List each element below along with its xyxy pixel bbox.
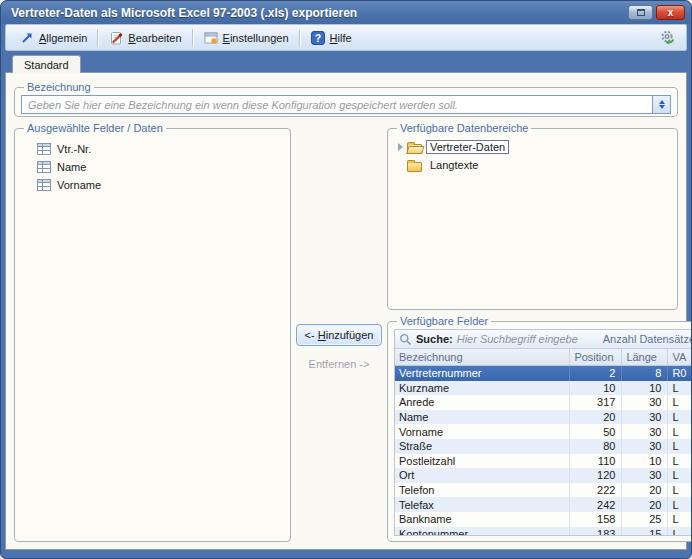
table-icon <box>37 179 51 191</box>
toolbar-separator <box>299 29 300 47</box>
dialog-window: Vertreter-Daten als Microsoft Excel 97-2… <box>0 0 692 559</box>
cell-laenge: 8 <box>622 366 668 381</box>
cell-va: L <box>668 381 692 396</box>
folder-icon <box>407 144 422 154</box>
selected-fields-caption: Ausgewählte Felder / Daten <box>24 122 166 134</box>
selected-field-label: Vtr.-Nr. <box>57 143 91 155</box>
cell-bezeichnung: Bankname <box>395 512 570 527</box>
cell-laenge: 20 <box>622 497 668 512</box>
table-row[interactable]: Vorname 50 30 L <box>395 424 692 439</box>
cell-position: 158 <box>570 512 622 527</box>
toolbar-separator <box>97 29 98 47</box>
selected-field-item[interactable]: Vtr.-Nr. <box>23 140 282 158</box>
remove-button[interactable]: Entfernen -> <box>309 358 370 370</box>
search-icon <box>399 333 412 346</box>
arrow-up-right-icon <box>19 30 35 46</box>
titlebar: Vertreter-Daten als Microsoft Excel 97-2… <box>1 1 691 24</box>
cell-laenge: 30 <box>622 395 668 410</box>
tree-item[interactable]: Langtexte <box>396 156 669 174</box>
column-header-bezeichnung[interactable]: Bezeichnung <box>395 349 570 365</box>
cell-va: L <box>668 483 692 498</box>
toolbar-button-hilfe[interactable]: ? Hilfe <box>303 28 359 48</box>
column-header-laenge[interactable]: Länge <box>622 349 668 365</box>
toolbar: Allgemein Bearbeiten <box>5 24 687 51</box>
cell-bezeichnung: Vertreternummer <box>395 366 570 381</box>
chevron-right-icon[interactable] <box>398 143 403 151</box>
cell-va: L <box>668 468 692 483</box>
table-row[interactable]: Vertreternummer 2 8 R0 <box>395 366 692 381</box>
table-row[interactable]: Kurzname 10 10 L <box>395 381 692 396</box>
toolbar-button-einstellungen[interactable]: Einstellungen <box>196 28 296 48</box>
data-areas-group: Verfügbare Datenbereiche Vertreter-Daten <box>387 122 678 310</box>
available-fields-group: Verfügbare Felder Suche: Anzahl Datensät… <box>387 315 692 542</box>
selected-fields-group: Ausgewählte Felder / Daten <box>14 122 291 542</box>
table-row[interactable]: Bankname 158 25 L <box>395 512 692 527</box>
cell-laenge: 30 <box>622 410 668 425</box>
cell-laenge: 30 <box>622 439 668 454</box>
cell-va: R0 <box>668 366 692 381</box>
table-row[interactable]: Anrede 317 30 L <box>395 395 692 410</box>
table-row[interactable]: Telefon 222 20 L <box>395 483 692 498</box>
search-label: Suche: <box>416 333 453 345</box>
cell-va: L <box>668 424 692 439</box>
cell-position: 183 <box>570 527 622 535</box>
cell-position: 222 <box>570 483 622 498</box>
restore-button[interactable] <box>628 5 653 20</box>
table-row[interactable]: Kontonummer 183 15 L <box>395 527 692 535</box>
selected-field-label: Vorname <box>57 179 101 191</box>
cell-va: L <box>668 512 692 527</box>
cell-position: 50 <box>570 424 622 439</box>
close-button[interactable]: x <box>656 5 685 20</box>
column-header-position[interactable]: Position <box>570 349 622 365</box>
settings-window-icon <box>203 30 219 46</box>
search-input[interactable] <box>457 333 599 345</box>
tab-page: Bezeichnung Ausgewählte Felder / Daten <box>5 72 687 550</box>
table-header: Bezeichnung Position Länge VA <box>395 349 692 366</box>
cell-position: 2 <box>570 366 622 381</box>
toolbar-separator <box>192 29 193 47</box>
cell-laenge: 30 <box>622 424 668 439</box>
cell-position: 80 <box>570 439 622 454</box>
table-icon <box>37 143 51 155</box>
table-row[interactable]: Telefax 242 20 L <box>395 497 692 512</box>
svg-text:?: ? <box>314 31 320 43</box>
cell-position: 242 <box>570 497 622 512</box>
window-title: Vertreter-Daten als Microsoft Excel 97-2… <box>11 6 628 20</box>
add-button[interactable]: <- Hinzufügen <box>296 324 383 346</box>
tree-item-label: Vertreter-Daten <box>426 140 509 154</box>
cell-va: L <box>668 527 692 535</box>
cell-bezeichnung: Postleitzahl <box>395 454 570 469</box>
table-row[interactable]: Postleitzahl 110 10 L <box>395 454 692 469</box>
tree-item-label: Langtexte <box>426 158 482 172</box>
toolbar-label: Hilfe <box>330 32 352 44</box>
combo-dropdown-button[interactable] <box>652 96 670 113</box>
cell-laenge: 10 <box>622 454 668 469</box>
data-areas-tree: Vertreter-Daten Langtexte <box>394 136 671 176</box>
cell-bezeichnung: Telefon <box>395 483 570 498</box>
table-icon <box>37 161 51 173</box>
bezeichnung-input[interactable] <box>22 96 652 113</box>
bezeichnung-combobox <box>21 95 671 114</box>
toolbar-label: Einstellungen <box>223 32 289 44</box>
tree-item[interactable]: Vertreter-Daten <box>396 138 669 156</box>
column-header-va[interactable]: VA <box>668 349 692 365</box>
export-refresh-button[interactable] <box>656 28 680 48</box>
cell-bezeichnung: Ort <box>395 468 570 483</box>
selected-field-item[interactable]: Vorname <box>23 176 282 194</box>
fields-table: Bezeichnung Position Länge VA <box>395 349 692 535</box>
edit-page-icon <box>108 30 124 46</box>
table-row[interactable]: Ort 120 30 L <box>395 468 692 483</box>
cell-laenge: 30 <box>622 468 668 483</box>
toolbar-button-bearbeiten[interactable]: Bearbeiten <box>101 28 188 48</box>
cell-position: 120 <box>570 468 622 483</box>
cell-position: 110 <box>570 454 622 469</box>
gear-refresh-icon <box>660 30 676 46</box>
cell-va: L <box>668 395 692 410</box>
tab-standard[interactable]: Standard <box>12 55 81 73</box>
table-row[interactable]: Name 20 30 L <box>395 410 692 425</box>
table-row[interactable]: Straße 80 30 L <box>395 439 692 454</box>
cell-va: L <box>668 454 692 469</box>
toolbar-button-allgemein[interactable]: Allgemein <box>12 28 94 48</box>
selected-field-item[interactable]: Name <box>23 158 282 176</box>
data-areas-caption: Verfügbare Datenbereiche <box>397 122 531 134</box>
